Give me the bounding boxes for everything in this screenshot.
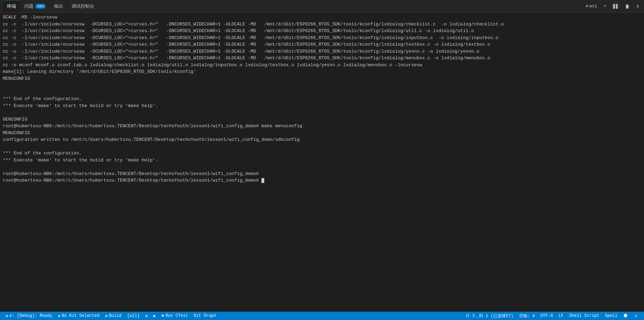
status-bar: ⚙ e: [Debug]: Ready ⚙ No Kit Selected ⚙ …	[0, 312, 644, 320]
tab-debug-console[interactable]: 调试控制台	[67, 0, 98, 12]
svg-rect-1	[616, 4, 618, 9]
spaces-item[interactable]: 空格: 4	[516, 312, 538, 320]
wsl-button[interactable]: ⊕ wsl	[584, 2, 600, 10]
svg-rect-0	[613, 4, 615, 9]
all-label-item[interactable]: [all]	[124, 312, 142, 320]
line-ending-item[interactable]: LF	[556, 312, 566, 320]
notifications-item[interactable]	[620, 312, 631, 320]
run-ctest-item[interactable]: ⚑ Run CTest	[159, 312, 191, 320]
position-item[interactable]: 行 3，列 1 (已选择57)	[463, 312, 516, 320]
collapse-panel-button[interactable]: ∧	[634, 2, 641, 10]
configure-item[interactable]: ⚙	[142, 312, 150, 320]
git-graph-item[interactable]: Git Graph	[191, 312, 219, 320]
problems-badge: 102	[35, 4, 46, 9]
configure-icon: ⚙	[145, 313, 148, 319]
encoding-item[interactable]: UTF-8	[538, 312, 556, 320]
tab-terminal[interactable]: 终端	[3, 0, 20, 12]
kit-icon: ⚙	[58, 313, 60, 319]
debug-icon: ⚙	[6, 313, 8, 319]
language-item[interactable]: Shell Script	[567, 312, 602, 320]
tab-output[interactable]: 输出	[50, 0, 67, 12]
no-kit-item[interactable]: ⚙ No Kit Selected	[55, 312, 102, 320]
tab-actions: ⊕ wsl + ∧	[584, 2, 641, 10]
spell-item[interactable]: Spell	[602, 312, 620, 320]
tab-problems[interactable]: 问题 102	[20, 0, 50, 12]
status-left: ⚙ e: [Debug]: Ready ⚙ No Kit Selected ⚙ …	[3, 312, 219, 320]
build-item[interactable]: ⚙ Build	[102, 312, 124, 320]
play-item[interactable]: ▶	[150, 312, 158, 320]
split-terminal-button[interactable]	[610, 2, 620, 10]
play-icon: ▶	[153, 313, 156, 319]
ctest-icon: ⚑	[162, 313, 164, 319]
terminal-output: OCALE -MD -lncursesw cc -c -I/usr/includ…	[3, 14, 641, 184]
add-terminal-button[interactable]: +	[601, 2, 608, 10]
debug-status-item[interactable]: ⚙ e: [Debug]: Ready	[3, 312, 55, 320]
tab-bar: 终端 问题 102 输出 调试控制台 ⊕ wsl + ∧	[0, 0, 644, 13]
build-icon: ⚙	[105, 313, 108, 319]
status-right: 行 3，列 1 (已选择57) 空格: 4 UTF-8 LF Shell Scr…	[463, 312, 641, 320]
close-notifications-item[interactable]	[631, 312, 641, 320]
trash-terminal-button[interactable]	[622, 2, 632, 10]
terminal-content[interactable]: OCALE -MD -lncursesw cc -c -I/usr/includ…	[0, 13, 644, 312]
